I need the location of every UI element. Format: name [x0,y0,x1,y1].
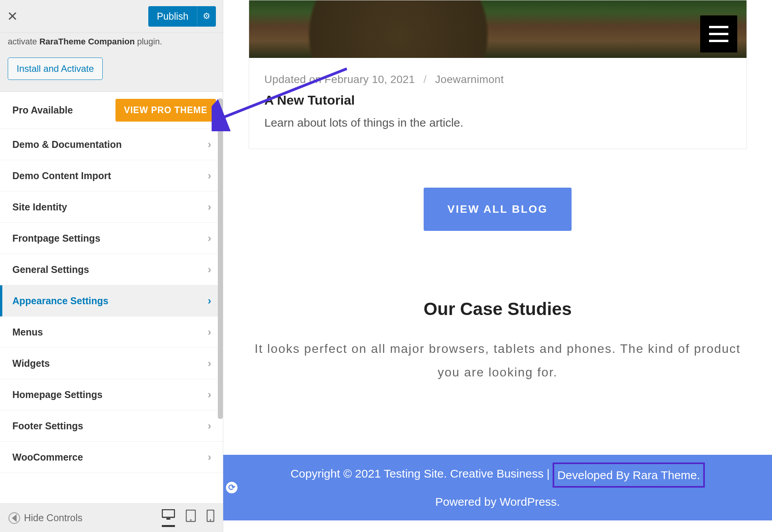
hide-controls-label: Hide Controls [24,512,82,524]
plugin-notice: activate RaraTheme Companion plugin. Ins… [0,33,223,92]
customizer-menu-item[interactable]: Footer Settings› [0,410,223,442]
menu-item-label: Site Identity [12,202,67,213]
customizer-menu-item[interactable]: Frontpage Settings› [0,223,223,254]
collapse-icon [8,512,20,524]
hamburger-line [709,40,728,42]
menu-item-label: Widgets [12,358,50,369]
footer-powered-by: Powered by WordPress. [435,491,560,513]
chevron-right-icon: › [208,138,211,151]
customizer-panel: ✕ Publish ⚙ activate RaraTheme Companion… [0,0,223,532]
footer-copyright: Copyright © 2021 Testing Site. Creative … [290,463,543,488]
footer-developed-by[interactable]: Developed By Rara Theme. [553,463,705,488]
customizer-menu-item[interactable]: Demo Content Import› [0,160,223,191]
close-icon[interactable]: ✕ [7,10,18,23]
customizer-menu-item[interactable]: Appearance Settings› [0,285,223,317]
customizer-menu-item[interactable]: Homepage Settings› [0,379,223,410]
meta-divider: / [418,73,432,85]
menu-item-label: WooCommerce [12,452,83,463]
hamburger-line [709,26,728,28]
chevron-right-icon: › [208,388,211,401]
desktop-icon[interactable] [162,509,175,527]
menu-item-label: Frontpage Settings [12,233,100,244]
svg-point-3 [190,519,192,521]
chevron-right-icon: › [208,201,211,213]
customizer-menu-item[interactable]: WooCommerce› [0,442,223,473]
chevron-right-icon: › [208,263,211,276]
customizer-menu-item[interactable]: Menus› [0,317,223,348]
customizer-menu-item[interactable]: Demo & Documentation› [0,129,223,160]
site-preview: Updated on February 10, 2021 / Joewarnim… [223,0,772,532]
post-featured-image [249,0,747,58]
chevron-right-icon: › [208,232,211,244]
panel-header: ✕ Publish ⚙ [0,0,223,33]
panel-scrollbar[interactable] [218,98,223,419]
chevron-right-icon: › [208,357,211,369]
panel-footer: Hide Controls [0,503,223,532]
view-pro-theme-button[interactable]: VIEW PRO THEME [115,99,216,122]
footer-text: Copyright © 2021 Testing Site. Creative … [235,463,760,513]
publish-button-group: Publish ⚙ [148,6,216,27]
case-studies-subtitle: It looks perfect on all major browsers, … [251,337,745,384]
tablet-icon[interactable] [186,510,196,527]
customizer-menu-item[interactable]: General Settings› [0,254,223,285]
customizer-menu-list: Demo & Documentation›Demo Content Import… [0,129,223,473]
app-root: ✕ Publish ⚙ activate RaraTheme Companion… [0,0,772,532]
view-all-blog-button[interactable]: VIEW ALL BLOG [424,188,572,231]
menu-item-label: General Settings [12,264,89,275]
gear-icon: ⚙ [203,11,210,21]
footer-badge-icon: ⟳ [226,482,238,493]
chevron-right-icon: › [208,295,211,307]
chevron-right-icon: › [208,451,211,463]
menu-item-label: Menus [12,327,43,338]
customizer-menu-item[interactable]: Site Identity› [0,191,223,223]
site-footer: ⟳ Copyright © 2021 Testing Site. Creativ… [223,455,772,520]
chevron-right-icon: › [208,326,211,338]
notice-text: activate RaraTheme Companion plugin. [8,37,215,47]
pro-available-label: Pro Available [12,105,73,116]
hide-controls-button[interactable]: Hide Controls [8,512,156,524]
post-meta: Updated on February 10, 2021 / Joewarnim… [265,73,731,86]
customizer-menu-item[interactable]: Widgets› [0,348,223,379]
pro-row: Pro Available VIEW PRO THEME [0,92,223,129]
device-preview-toggle [162,509,214,527]
menu-item-label: Homepage Settings [12,389,102,400]
panel-scroll-area: ✕ Publish ⚙ activate RaraTheme Companion… [0,0,223,503]
menu-item-label: Demo & Documentation [12,139,122,150]
footer-separator: | [546,463,550,488]
menu-item-label: Demo Content Import [12,170,111,181]
chevron-right-icon: › [208,169,211,182]
svg-rect-0 [162,510,175,517]
hamburger-menu-button[interactable] [700,15,737,53]
post-updated-date: Updated on February 10, 2021 [265,73,415,85]
case-studies-heading: Our Case Studies [232,298,764,319]
post-title[interactable]: A New Tutorial [265,93,731,108]
menu-item-label: Appearance Settings [12,295,109,307]
post-excerpt: Learn about lots of things in the articl… [265,116,731,129]
install-activate-button[interactable]: Install and Activate [8,58,103,80]
hamburger-line [709,33,728,35]
publish-button[interactable]: Publish [148,6,197,27]
mobile-icon[interactable] [207,510,214,527]
svg-rect-1 [166,518,170,520]
chevron-right-icon: › [208,420,211,432]
menu-item-label: Footer Settings [12,420,83,432]
post-author[interactable]: Joewarnimont [435,73,504,85]
post-card: Updated on February 10, 2021 / Joewarnim… [249,58,747,149]
publish-settings-button[interactable]: ⚙ [197,6,216,27]
svg-point-5 [210,519,211,521]
